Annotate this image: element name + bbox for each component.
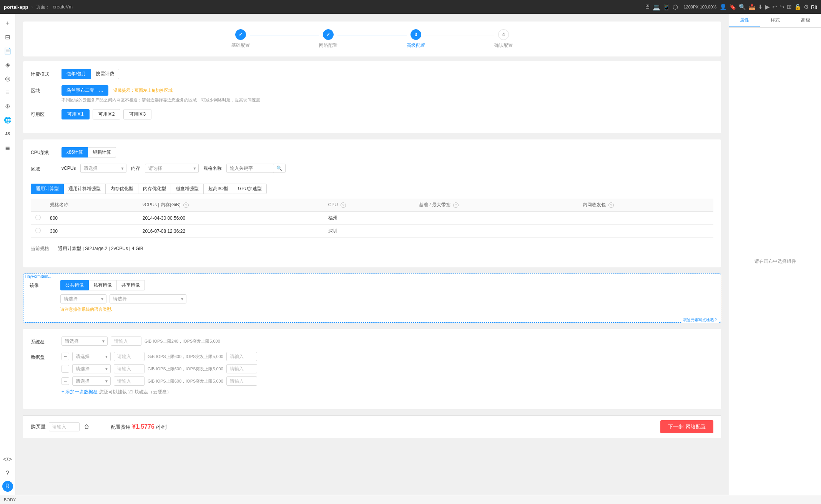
spec-type-io[interactable]: 超高I/O型 xyxy=(203,184,233,194)
bandwidth-help-icon[interactable]: ? xyxy=(453,202,459,208)
vcpus-help-icon[interactable]: ? xyxy=(183,202,189,208)
vcpus-select[interactable]: 请选择 xyxy=(80,164,126,173)
system-disk-type-select[interactable]: 请选择 xyxy=(61,337,108,346)
spec-type-general-enhanced[interactable]: 通用计算增强型 xyxy=(63,184,105,194)
memory-select[interactable]: 请选择 xyxy=(145,164,199,173)
search-icon[interactable]: 🔍 xyxy=(739,3,746,10)
sidebar-layers-icon[interactable]: ⊟ xyxy=(2,31,14,43)
sidebar-list-icon[interactable]: ≣ xyxy=(2,141,14,154)
image-select1[interactable]: 请选择 xyxy=(60,294,106,303)
az-tag-3[interactable]: 可用区3 xyxy=(123,109,151,119)
image-label: 镜像 xyxy=(30,280,60,289)
sidebar-code-icon[interactable]: </> xyxy=(2,453,14,466)
data-disk-remove-2[interactable]: − xyxy=(61,365,69,373)
right-panel-empty-text: 请在画布中选择组件 xyxy=(755,258,796,265)
sidebar-add-icon[interactable]: ＋ xyxy=(2,17,14,29)
sidebar-js-icon[interactable]: JS xyxy=(2,128,14,140)
phone-icon[interactable]: 📱 xyxy=(663,3,670,11)
spec-row-1-radio-cell xyxy=(31,212,45,225)
system-disk-type-wrapper: 请选择 ▼ xyxy=(61,337,108,346)
spec-name-label: 规格名称 xyxy=(203,165,222,172)
redo-icon[interactable]: ↪ xyxy=(779,3,784,10)
spec-type-memory2[interactable]: 内存优化型 xyxy=(138,184,171,194)
sidebar-help-icon[interactable]: ? xyxy=(2,467,14,479)
system-disk-size-input[interactable] xyxy=(111,337,141,346)
network-help-icon[interactable]: ? xyxy=(608,202,614,208)
cpu-x86-btn[interactable]: x86计算 xyxy=(61,147,88,158)
spec-type-gpu[interactable]: GPU加速型 xyxy=(233,184,267,194)
spec-type-disk[interactable]: 磁盘增强型 xyxy=(171,184,203,194)
region-label: 区域 xyxy=(31,85,61,94)
az-tag-1[interactable]: 可用区1 xyxy=(61,109,90,119)
code-icon[interactable]: ⬡ xyxy=(673,3,678,11)
sidebar-assets-icon[interactable]: ◎ xyxy=(2,72,14,85)
purchase-qty-input[interactable] xyxy=(49,422,80,431)
data-disk-size1-input[interactable] xyxy=(114,352,145,361)
spec-type-general[interactable]: 通用计算型 xyxy=(31,184,63,194)
data-disk-type1-select[interactable]: 请选择 xyxy=(72,352,111,361)
sidebar-data-icon[interactable]: ≡ xyxy=(2,86,14,98)
bookmark-icon[interactable]: 🔖 xyxy=(729,3,736,10)
spec-name-search-btn[interactable]: 🔍 xyxy=(273,164,285,172)
data-disk-extra3-input[interactable] xyxy=(226,376,257,386)
sidebar-components-icon[interactable]: ◈ xyxy=(2,58,14,71)
image-tab-public[interactable]: 公共镜像 xyxy=(60,280,88,290)
image-select2[interactable]: 请选择 xyxy=(110,294,186,303)
image-tab-shared[interactable]: 共享镜像 xyxy=(116,280,145,290)
th-cpu: CPU ? xyxy=(324,199,414,212)
image-tab-group: 公共镜像 私有镜像 共享镜像 xyxy=(60,280,715,290)
undo-icon[interactable]: ↩ xyxy=(772,3,777,10)
add-disk-btn[interactable]: + 添加一块数据盘 您还可以挂载 21 块磁盘（云硬盘） xyxy=(61,389,713,395)
spec-type-memory1[interactable]: 内存优化型 xyxy=(105,184,138,194)
image-hint[interactable]: 哦这元素写点啥吧？ xyxy=(681,317,719,323)
tablet-icon[interactable]: 💻 xyxy=(653,3,660,11)
region-selected-btn[interactable]: 乌兰察布二零一… xyxy=(61,85,108,96)
grid-icon[interactable]: ⊞ xyxy=(787,3,792,10)
download-icon[interactable]: ⬇ xyxy=(758,3,763,10)
next-btn[interactable]: 下一步: 网络配置 xyxy=(660,420,713,433)
sidebar-plugin-icon[interactable]: ⊛ xyxy=(2,100,14,112)
user-icon[interactable]: 👤 xyxy=(720,3,727,10)
data-disk-remove-1[interactable]: − xyxy=(61,353,69,360)
image-tab-private[interactable]: 私有镜像 xyxy=(88,280,116,290)
filter-row: vCPUs 请选择 ▼ 内存 请选择 ▼ xyxy=(61,164,713,173)
spec-row-1-radio[interactable] xyxy=(35,215,41,220)
right-panel-tab-properties[interactable]: 属性 xyxy=(729,14,760,27)
spec-name-input[interactable] xyxy=(227,164,273,172)
data-disk-type2-select[interactable]: 请选择 xyxy=(72,364,111,373)
inbox-icon[interactable]: 📥 xyxy=(748,3,756,10)
monitor-icon[interactable]: 🖥 xyxy=(644,3,650,10)
data-disk-extra1-input[interactable] xyxy=(226,352,257,361)
data-disk-remove-3[interactable]: − xyxy=(61,377,69,385)
spec-row-2-radio[interactable] xyxy=(35,228,41,233)
play-icon[interactable]: ▶ xyxy=(765,3,770,10)
sidebar-pages-icon[interactable]: 📄 xyxy=(2,45,14,57)
data-disk-type3-select[interactable]: 请选择 xyxy=(72,376,111,386)
right-panel-tab-styles[interactable]: 样式 xyxy=(760,14,791,27)
cpu-kunpeng-btn[interactable]: 鲲鹏计算 xyxy=(88,147,116,158)
cpu-help-icon[interactable]: ? xyxy=(341,202,346,208)
spec-row-2-name: 300 xyxy=(45,225,138,238)
cpu-label: CPU架构 xyxy=(31,147,61,156)
right-panel-tabs: 属性 样式 高级 xyxy=(729,14,821,28)
step-1: ✓ 基础配置 xyxy=(231,29,250,49)
sidebar-globe-icon[interactable]: 🌐 xyxy=(2,114,14,126)
spec-name-search: 🔍 xyxy=(226,164,286,173)
sidebar-user-avatar[interactable]: R xyxy=(2,481,13,492)
data-disk-extra2-input[interactable] xyxy=(226,364,257,373)
spec-row-2[interactable]: 300 2016-07-08 12:36:22 深圳 xyxy=(31,225,713,238)
spec-row-1[interactable]: 800 2014-04-30 00:56:00 福州 xyxy=(31,212,713,225)
billing-monthly-btn[interactable]: 包年/包月 xyxy=(61,69,91,79)
settings-icon[interactable]: ⚙ xyxy=(804,3,809,10)
top-bar-right: 👤 🔖 🔍 📥 ⬇ ▶ ↩ ↪ ⊞ 🔒 ⚙ Rit xyxy=(720,3,817,10)
billing-demand-btn[interactable]: 按需计费 xyxy=(91,69,119,79)
steps-card: ✓ 基础配置 ✓ 网络配置 3 高级配置 4 xyxy=(23,22,721,56)
az-tag-2[interactable]: 可用区2 xyxy=(93,109,121,119)
app-name: portal-app xyxy=(4,4,28,10)
right-panel-tab-advanced[interactable]: 高级 xyxy=(790,14,821,27)
data-disk-size3-input[interactable] xyxy=(114,376,145,386)
spec-row-1-cpu: 福州 xyxy=(324,212,414,225)
lock-icon[interactable]: 🔒 xyxy=(794,3,801,10)
th-bandwidth: 基准 / 最大带宽 ? xyxy=(414,199,578,212)
data-disk-size2-input[interactable] xyxy=(114,364,145,373)
